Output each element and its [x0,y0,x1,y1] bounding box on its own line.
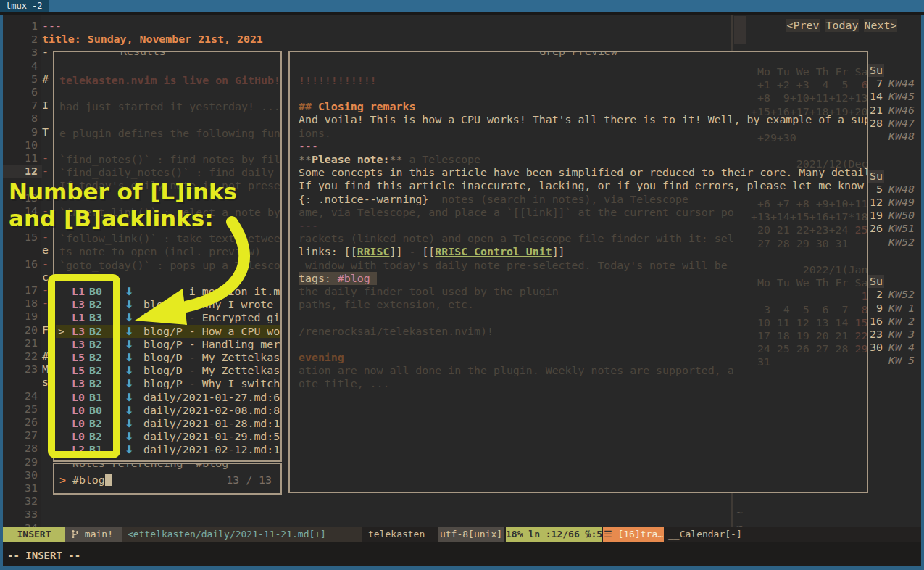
preview-line: Some concepts in this article have been … [299,166,868,179]
calendar-days-dim: +6 +7 +8 +9+10+11 [751,197,867,210]
text-segment: ⬇ [125,391,133,404]
calendar-day-sunday[interactable]: 28 [867,117,883,130]
text-segment: 2 [31,33,38,46]
text-segment: 31 [751,355,770,368]
text-segment: KW 3 [888,328,915,341]
text-segment: - [42,165,49,178]
tab-segment[interactable]: ☰ [16]tra… [603,527,664,542]
calendar-day-sunday[interactable]: 12 [867,196,883,209]
line-number: 4 [12,59,38,73]
calendar-today-button[interactable]: Today [825,19,859,32]
text-segment: 3 [31,46,38,59]
calendar-day-sunday[interactable]: 21 [867,104,883,117]
line-number: 23 [12,363,38,376]
text-segment: 26 [25,416,38,429]
text-segment: 28 [25,442,38,455]
preview-line: tags: #blog [299,272,377,285]
text-segment: 32 [25,495,38,508]
text-segment: telekasten.nvim is live on GitHub! [59,74,280,87]
text-segment: 27 28 29 30 31 [751,237,848,250]
text-segment: 3 4 5 6 7 [751,303,854,316]
text-segment: ions. [299,127,331,140]
calendar-day-sunday[interactable]: 14 [867,90,883,103]
text-segment: RRISC [357,245,390,258]
calendar-next-button[interactable]: Next> [864,19,897,32]
text-segment: - [42,257,49,270]
search-input[interactable]: > #blog [59,474,112,487]
result-item-text: blog/D - My Zettelkast [143,364,282,377]
preview-line: ## Closing remarks [299,100,415,113]
text-segment: KW52 [888,236,915,249]
text-segment: - [42,152,49,165]
text-segment: 16 [870,315,883,328]
note-down-arrow-icon: ⬇ [125,351,133,364]
empty-line-tilde: ~ [736,520,743,527]
calendar-week-number: KW48 [888,183,915,196]
text-segment: 31 [25,482,38,495]
note-down-arrow-icon: ⬇ [125,364,133,377]
calendar-day-sunday[interactable]: 7 [867,77,883,90]
line-number: 8 [12,112,38,125]
buffer-text: - [42,152,49,165]
tmux-session-tab[interactable]: tmux -2 [0,0,49,12]
buffer-bleed-text: telekasten.nvim is live on GitHub! [59,74,280,87]
text-segment: {: .notice--warning} [299,193,428,206]
text-segment: - [42,231,49,244]
calendar-days-dim: 20 21 22+23+24 25 [751,223,867,236]
calendar-week-number: KW45 [888,90,915,103]
encoding-segment: utf-8[unix] [438,527,504,542]
text-segment: Su [868,275,884,288]
text-segment: `find_notes()` : find notes by fil [59,153,280,166]
text-segment: 34 [25,521,38,527]
preview-line: /renerocksai/telekasten.nvim)! [299,325,494,338]
calendar-day-sunday[interactable]: 26 [867,222,883,235]
text-segment: Su [868,170,884,183]
text-segment: KW47 [888,117,915,130]
preview-content: Mo Tu We Th Fr Sa +1 +2 +3 4 5 6 +8 9+10… [290,52,867,492]
line-number: 16 [12,257,38,270]
text-segment: 25 [25,402,38,416]
annotation-text: Number of [L]inks and [B]acklinks: [9,178,237,232]
calendar-day-sunday[interactable]: 16 [867,315,883,328]
preview-line: rackets (linked note) and open a Telesco… [299,232,734,245]
preview-line: links: [[RRISC]] - [[RRISC Control Unit]… [299,245,565,258]
buffer-text: T [42,125,49,139]
text-segment: KW48 [888,183,915,196]
grep-preview-window: Grep Preview Mo Tu We Th Fr Sa +1 +2 +3 … [288,51,868,493]
text-segment: +29+30 [751,131,796,144]
result-item-text: blog/D - My Zettelkast [143,351,282,364]
text-segment: ⬇ [125,351,133,364]
line-number: 10 [12,139,38,152]
line-number: 3 [12,46,38,59]
calendar-day-sunday[interactable]: 9 [867,302,883,315]
note-down-arrow-icon: ⬇ [125,417,133,430]
calendar-day-sunday[interactable]: 30 [867,341,883,354]
line-number: 7 [12,99,38,112]
result-item-text: daily/2021-01-28.md:10 [143,417,282,430]
calendar-day-sunday[interactable]: 19 [867,209,883,222]
calendar-days-dim: 27 28 29 30 31 [751,237,848,250]
result-item-text: daily/2021-02-08.md:8: [143,404,282,417]
text-segment: window with today's daily note pre-selec… [299,259,728,272]
text-segment: KW 5 [888,354,915,367]
buffer-text: - [42,46,49,59]
text-segment: notes (search in notes), via Telescope [428,193,688,206]
preview-line: {: .notice--warning} notes (search in no… [299,193,688,206]
text-segment: 25 [854,223,867,236]
git-branch-icon [71,529,79,539]
calendar-prev-button[interactable]: <Prev [786,19,820,32]
telescope-prompt-window[interactable]: Notes referencing `#blog` > #blog 13 / 1… [53,463,282,495]
text-segment: 1 [751,289,867,302]
text-segment: Su [868,64,884,77]
text-segment: )! [480,325,494,338]
calendar-day-sunday[interactable]: 23 [867,328,883,341]
calendar-day-sunday[interactable]: 5 [867,183,883,196]
cursor-position-segment: 18% ln :12/66 ℅:50 [506,527,602,542]
plugin-name: telekasten [368,527,425,542]
line-number: 6 [12,86,38,99]
text-segment: 30 [25,468,38,482]
calendar-day-sunday[interactable]: 2 [867,288,883,301]
scrollbar-thumb[interactable] [734,16,746,44]
preview-line: the daily finder tool used by the plugin [299,285,559,298]
text-segment: Closing remarks [318,100,415,113]
